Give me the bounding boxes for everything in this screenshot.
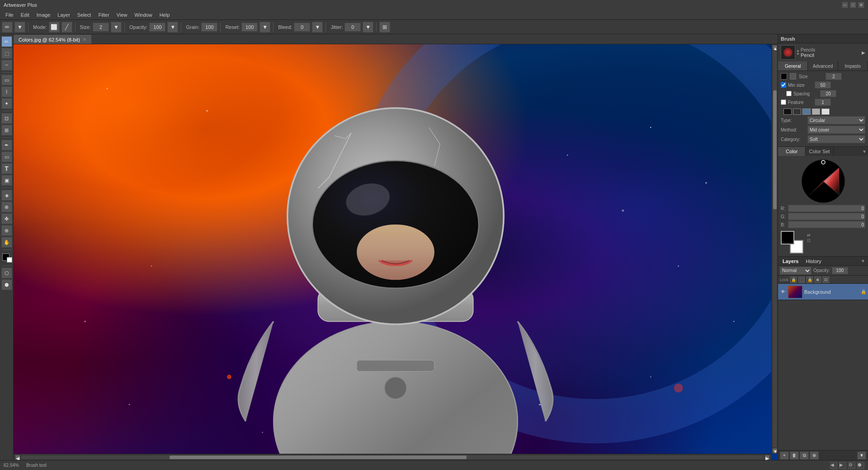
swatch-light[interactable] xyxy=(821,108,830,115)
swatch-gray[interactable] xyxy=(812,108,820,115)
reset-colors-btn[interactable]: ⊡ xyxy=(807,238,811,243)
category-select[interactable]: Soft xyxy=(807,135,865,143)
brush-size-field[interactable] xyxy=(826,73,842,80)
blend-mode-select[interactable]: Normal xyxy=(780,267,811,275)
tool-eraser[interactable]: ⬚ xyxy=(1,48,12,59)
method-select[interactable]: Mid cover xyxy=(807,126,865,134)
tool-crop[interactable]: ⊡ xyxy=(1,113,12,124)
menu-image[interactable]: Image xyxy=(33,11,54,19)
close-button[interactable]: ✕ xyxy=(858,2,864,8)
canvas-wrapper[interactable]: ▲ ▼ xyxy=(14,44,778,460)
color-wheel-svg[interactable] xyxy=(801,159,846,204)
menu-layer[interactable]: Layer xyxy=(54,11,74,19)
tool-shape[interactable]: ▭ xyxy=(1,151,12,162)
brush-tool-btn[interactable]: ✏ xyxy=(2,22,13,33)
opacity-input[interactable] xyxy=(149,23,165,32)
mode-btn2[interactable]: ╱ xyxy=(61,22,72,33)
hscroll-right-btn[interactable]: ▶ xyxy=(765,455,769,460)
color-panel-menu[interactable]: ▼ xyxy=(861,147,868,156)
type-select[interactable]: Circular xyxy=(807,116,865,124)
brush-tab-impasto[interactable]: Impasto xyxy=(838,61,868,70)
layer-menu-btn[interactable]: ▼ xyxy=(857,451,866,460)
tool-gradient[interactable]: ▣ xyxy=(1,175,12,186)
color-tab[interactable]: Color xyxy=(778,147,806,156)
jitter-dropdown[interactable]: ▼ xyxy=(363,22,373,33)
bleed-dropdown[interactable]: ▼ xyxy=(312,22,323,33)
tool-clone[interactable]: ⊕ xyxy=(1,202,12,212)
delete-layer-btn[interactable]: 🗑 xyxy=(790,451,799,460)
canvas-painting[interactable] xyxy=(14,44,778,460)
background-color[interactable] xyxy=(7,257,12,263)
reset-dropdown[interactable]: ▼ xyxy=(259,22,270,33)
lock-transparency-btn[interactable]: 🔒 xyxy=(790,277,797,283)
tool-option-btn[interactable]: ▼ xyxy=(14,22,25,33)
mode-btn1[interactable]: ⬜ xyxy=(49,22,60,33)
menu-select[interactable]: Select xyxy=(74,11,95,19)
bleed-input[interactable] xyxy=(294,23,310,32)
statusbar-settings[interactable]: ⚙ xyxy=(848,462,855,469)
minimize-button[interactable]: ─ xyxy=(842,2,848,8)
history-tab[interactable]: History xyxy=(804,258,823,264)
menu-edit[interactable]: Edit xyxy=(17,11,33,19)
layers-tab[interactable]: Layers xyxy=(781,258,800,264)
tool-transform[interactable]: ⊞ xyxy=(1,125,12,136)
tool-extra2[interactable]: ⬢ xyxy=(1,279,12,290)
menu-help[interactable]: Help xyxy=(156,11,174,19)
tool-lasso[interactable]: ⌇ xyxy=(1,86,12,97)
color-set-tab[interactable]: Color Set xyxy=(806,147,833,156)
tool-brush[interactable]: ✏ xyxy=(1,36,12,47)
menu-view[interactable]: View xyxy=(113,11,131,19)
statusbar-btn2[interactable]: ▶ xyxy=(839,462,846,469)
tool-selection[interactable]: ▭ xyxy=(1,75,12,85)
brush-preview-swatch[interactable] xyxy=(781,45,795,60)
tool-hand[interactable]: ✋ xyxy=(1,237,12,248)
lock-position-btn[interactable]: ⬚ xyxy=(798,277,805,283)
duplicate-layer-btn[interactable]: ⧉ xyxy=(800,451,809,460)
vscroll-down-btn[interactable]: ▼ xyxy=(773,448,777,453)
add-layer-btn[interactable]: + xyxy=(780,451,789,460)
fg-bg-color-indicator[interactable] xyxy=(1,253,12,263)
horizontal-scrollbar[interactable]: ◀ ▶ xyxy=(14,454,771,460)
g-input[interactable] xyxy=(788,213,865,220)
extra-option-btn[interactable]: ⊞ xyxy=(379,22,390,33)
menu-filter[interactable]: Filter xyxy=(94,11,113,19)
tool-smudge[interactable]: ~ xyxy=(1,60,12,70)
min-size-check[interactable] xyxy=(781,82,786,88)
opacity-dropdown[interactable]: ▼ xyxy=(167,22,178,33)
brush-tab-general[interactable]: General xyxy=(778,61,808,70)
swatch-blue[interactable] xyxy=(802,108,811,115)
swap-colors-btn[interactable]: ⇄ xyxy=(807,233,811,237)
tool-extra1[interactable]: ⬡ xyxy=(1,268,12,278)
vertical-scrollbar[interactable]: ▲ ▼ xyxy=(771,44,778,454)
grain-input[interactable] xyxy=(201,23,217,32)
brush-spacing-field[interactable] xyxy=(820,90,836,97)
tool-eyedropper[interactable]: ✤ xyxy=(1,213,12,224)
tool-text[interactable]: T xyxy=(1,163,12,174)
layer-item-background[interactable]: 👁 Background 🔒 xyxy=(778,284,868,300)
jitter-input[interactable] xyxy=(344,23,361,32)
menu-window[interactable]: Window xyxy=(131,11,156,19)
swatch-black[interactable] xyxy=(783,108,792,115)
brush-min-size-field[interactable] xyxy=(815,81,831,89)
vscroll-thumb[interactable] xyxy=(773,90,777,209)
layer-visibility-eye[interactable]: 👁 xyxy=(780,289,786,295)
size-input[interactable] xyxy=(93,23,109,32)
tool-magic-wand[interactable]: ✦ xyxy=(1,98,12,109)
tool-fill[interactable]: ◈ xyxy=(1,190,12,201)
menu-file[interactable]: File xyxy=(2,11,17,19)
restore-button[interactable]: □ xyxy=(850,2,856,8)
r-input[interactable] xyxy=(788,205,865,212)
lock-fill-btn[interactable]: ⊡ xyxy=(823,277,829,283)
lock-extra-btn[interactable]: ⊕ xyxy=(815,277,821,283)
hscroll-left-btn[interactable]: ◀ xyxy=(15,455,20,460)
spacing-check[interactable] xyxy=(786,91,792,96)
fg-color-swatch[interactable] xyxy=(781,231,794,244)
vscroll-up-btn[interactable]: ▲ xyxy=(773,45,777,50)
layers-panel-menu[interactable]: ▼ xyxy=(861,258,865,263)
lock-all-btn[interactable]: 🔒 xyxy=(807,277,813,283)
b-input[interactable] xyxy=(788,221,865,228)
brush-tab-advanced[interactable]: Advanced xyxy=(808,61,838,70)
swatch-dark[interactable] xyxy=(793,108,801,115)
hscroll-thumb[interactable] xyxy=(170,456,467,459)
statusbar-btn1[interactable]: ◀ xyxy=(830,462,837,469)
